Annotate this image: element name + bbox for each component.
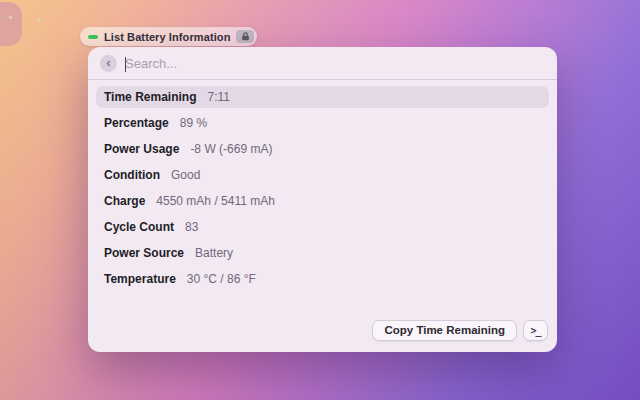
search-bar: ‹ bbox=[88, 47, 557, 80]
chevron-left-icon: ‹ bbox=[107, 57, 111, 69]
text-caret bbox=[125, 57, 126, 72]
search-input[interactable] bbox=[125, 56, 545, 71]
sparkle-dot bbox=[9, 16, 12, 19]
row-label: Condition bbox=[104, 168, 160, 182]
terminal-prompt-icon: >_ bbox=[530, 325, 540, 336]
row-label: Power Source bbox=[104, 246, 184, 260]
list-item-percentage[interactable]: Percentage 89 % bbox=[96, 112, 549, 134]
raycast-panel: ‹ Time Remaining 7:11 Percentage 89 % Po… bbox=[88, 47, 557, 352]
row-label: Cycle Count bbox=[104, 220, 174, 234]
list-item-power-usage[interactable]: Power Usage -8 W (-669 mA) bbox=[96, 138, 549, 160]
row-label: Time Remaining bbox=[104, 90, 196, 104]
row-value: Battery bbox=[195, 246, 233, 260]
row-value: 4550 mAh / 5411 mAh bbox=[156, 194, 275, 208]
lock-badge bbox=[236, 30, 254, 43]
sparkle-dot bbox=[37, 18, 40, 21]
list-item-cycle-count[interactable]: Cycle Count 83 bbox=[96, 216, 549, 238]
row-value: -8 W (-669 mA) bbox=[190, 142, 272, 156]
row-label: Power Usage bbox=[104, 142, 179, 156]
row-value: 30 °C / 86 °F bbox=[187, 272, 256, 286]
row-label: Percentage bbox=[104, 116, 169, 130]
row-value: 83 bbox=[185, 220, 198, 234]
row-label: Temperature bbox=[104, 272, 176, 286]
battery-level-icon bbox=[88, 35, 98, 39]
row-value: 7:11 bbox=[207, 90, 229, 104]
actions-menu-button[interactable]: >_ bbox=[523, 320, 548, 341]
list-item-time-remaining[interactable]: Time Remaining 7:11 bbox=[96, 86, 549, 108]
list-item-charge[interactable]: Charge 4550 mAh / 5411 mAh bbox=[96, 190, 549, 212]
row-value: Good bbox=[171, 168, 200, 182]
action-footer: Copy Time Remaining >_ bbox=[88, 316, 557, 352]
command-pill[interactable]: List Battery Information bbox=[80, 27, 257, 46]
copy-time-remaining-button[interactable]: Copy Time Remaining bbox=[372, 320, 517, 341]
lock-icon bbox=[241, 32, 250, 41]
command-pill-label: List Battery Information bbox=[104, 31, 230, 43]
list-item-power-source[interactable]: Power Source Battery bbox=[96, 242, 549, 264]
back-button[interactable]: ‹ bbox=[100, 55, 117, 72]
search-field-wrap bbox=[125, 56, 545, 71]
list-item-condition[interactable]: Condition Good bbox=[96, 164, 549, 186]
battery-info-list: Time Remaining 7:11 Percentage 89 % Powe… bbox=[88, 80, 557, 316]
background-blob bbox=[0, 2, 22, 46]
list-item-temperature[interactable]: Temperature 30 °C / 86 °F bbox=[96, 268, 549, 290]
row-value: 89 % bbox=[180, 116, 207, 130]
row-label: Charge bbox=[104, 194, 145, 208]
